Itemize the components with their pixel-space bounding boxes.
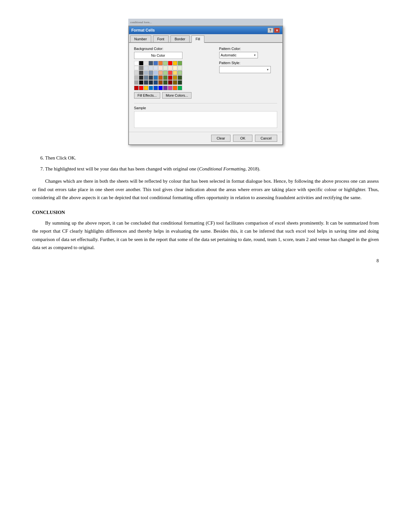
step7-text: The highlighted text will be your data t… bbox=[45, 166, 199, 171]
color-r3-8[interactable] bbox=[168, 71, 172, 75]
tab-border[interactable]: Border bbox=[171, 35, 190, 42]
color-8[interactable] bbox=[178, 61, 182, 65]
color-r2-7[interactable] bbox=[163, 66, 168, 70]
conclusion-heading: CONCLUSION bbox=[32, 210, 379, 215]
color-r3-4[interactable] bbox=[149, 71, 153, 75]
dialog-screenshot: conditional form... Format Cells ? ✕ Num… bbox=[32, 13, 379, 145]
color-r2-8[interactable] bbox=[168, 66, 172, 70]
color-r5-8[interactable] bbox=[168, 80, 172, 85]
color-r5-7[interactable] bbox=[163, 80, 168, 85]
sc-5[interactable] bbox=[153, 86, 158, 90]
page-number: 8 bbox=[32, 258, 379, 264]
dialog-tabs: Number Font Border Fill bbox=[129, 34, 282, 43]
format-cells-dialog: Format Cells ? ✕ Number Font Border Fill bbox=[128, 26, 283, 145]
color-r4-7[interactable] bbox=[163, 75, 168, 80]
color-2[interactable] bbox=[149, 61, 153, 65]
color-6[interactable] bbox=[168, 61, 172, 65]
pattern-color-value: Automatic bbox=[221, 53, 237, 57]
list-item-6: Then Click OK. bbox=[45, 154, 379, 162]
color-r5-5[interactable] bbox=[153, 80, 158, 85]
color-r3-3[interactable] bbox=[144, 71, 148, 75]
sc-7[interactable] bbox=[163, 86, 168, 90]
fill-effects-button[interactable]: Fill Effects... bbox=[134, 92, 161, 99]
color-r5-10[interactable] bbox=[178, 80, 182, 85]
palette-row-2 bbox=[134, 66, 213, 70]
color-r4-4[interactable] bbox=[149, 75, 153, 80]
color-r4-2[interactable] bbox=[139, 75, 143, 80]
pattern-color-dropdown[interactable]: Automatic ▼ bbox=[219, 52, 258, 58]
dialog-title: Format Cells bbox=[132, 28, 155, 33]
color-r4-6[interactable] bbox=[158, 75, 163, 80]
tab-font[interactable]: Font bbox=[153, 35, 169, 42]
color-r4-9[interactable] bbox=[173, 75, 177, 80]
color-black[interactable] bbox=[139, 61, 143, 65]
color-white[interactable] bbox=[134, 61, 139, 65]
color-4[interactable] bbox=[158, 61, 163, 65]
more-colors-button[interactable]: More Colors... bbox=[162, 92, 191, 99]
color-r4-3[interactable] bbox=[144, 75, 148, 80]
color-r5-1[interactable] bbox=[134, 80, 139, 85]
standard-colors-row bbox=[134, 86, 213, 90]
color-r2-6[interactable] bbox=[158, 66, 163, 70]
fill-section: Background Color: No Color bbox=[134, 47, 277, 99]
color-r4-8[interactable] bbox=[168, 75, 172, 80]
color-r5-6[interactable] bbox=[158, 80, 163, 85]
help-button[interactable]: ? bbox=[268, 28, 273, 33]
close-button[interactable]: ✕ bbox=[274, 28, 280, 33]
tab-fill[interactable]: Fill bbox=[191, 35, 204, 43]
palette-row-4 bbox=[134, 75, 213, 80]
color-r2-5[interactable] bbox=[153, 66, 158, 70]
sc-4[interactable] bbox=[149, 86, 153, 90]
color-r3-9[interactable] bbox=[173, 71, 177, 75]
color-r3-2[interactable] bbox=[139, 71, 143, 75]
color-r2-10[interactable] bbox=[178, 66, 182, 70]
sc-10[interactable] bbox=[178, 86, 182, 90]
sample-box bbox=[134, 111, 277, 128]
step7-year: , 2018). bbox=[245, 166, 260, 171]
color-3[interactable] bbox=[153, 61, 158, 65]
color-r2-2[interactable] bbox=[139, 66, 143, 70]
color-r4-1[interactable] bbox=[134, 75, 139, 80]
palette-row-1 bbox=[134, 61, 213, 65]
sc-6[interactable] bbox=[158, 86, 163, 90]
sc-8[interactable] bbox=[168, 86, 172, 90]
pattern-color-label: Pattern Color: bbox=[219, 47, 277, 51]
color-r2-9[interactable] bbox=[173, 66, 177, 70]
cancel-button[interactable]: Cancel bbox=[255, 135, 277, 142]
color-r3-1[interactable] bbox=[134, 71, 139, 75]
color-r5-2[interactable] bbox=[139, 80, 143, 85]
ok-button[interactable]: OK bbox=[233, 135, 252, 142]
page: conditional form... Format Cells ? ✕ Num… bbox=[32, 13, 379, 264]
color-r3-10[interactable] bbox=[178, 71, 182, 75]
sc-3[interactable] bbox=[144, 86, 148, 90]
pattern-color-row: Automatic ▼ bbox=[219, 52, 277, 58]
color-r4-5[interactable] bbox=[153, 75, 158, 80]
color-r3-7[interactable] bbox=[163, 71, 168, 75]
color-5[interactable] bbox=[163, 61, 168, 65]
color-r2-1[interactable] bbox=[134, 66, 139, 70]
tab-number[interactable]: Number bbox=[130, 35, 151, 42]
color-r5-9[interactable] bbox=[173, 80, 177, 85]
color-r3-5[interactable] bbox=[153, 71, 158, 75]
color-7[interactable] bbox=[173, 61, 177, 65]
pattern-style-arrow-icon: ▼ bbox=[267, 68, 269, 71]
color-r5-3[interactable] bbox=[144, 80, 148, 85]
color-r2-3[interactable] bbox=[144, 66, 148, 70]
sc-1[interactable] bbox=[134, 86, 139, 90]
color-r2-4[interactable] bbox=[149, 66, 153, 70]
fill-right: Pattern Color: Automatic ▼ Pattern Style… bbox=[219, 47, 277, 99]
color-r4-10[interactable] bbox=[178, 75, 182, 80]
sc-2[interactable] bbox=[139, 86, 143, 90]
pattern-style-dropdown[interactable]: ▼ bbox=[219, 66, 271, 73]
color-r3-6[interactable] bbox=[158, 71, 163, 75]
sample-label: Sample bbox=[134, 106, 277, 110]
color-r5-4[interactable] bbox=[149, 80, 153, 85]
sc-9[interactable] bbox=[173, 86, 177, 90]
dialog-content: Background Color: No Color bbox=[129, 43, 282, 132]
color-1[interactable] bbox=[144, 61, 148, 65]
fill-buttons: Fill Effects... More Colors... bbox=[134, 92, 213, 99]
no-color-box[interactable]: No Color bbox=[134, 52, 182, 59]
body-text: Then Click OK. The highlighted text will… bbox=[32, 154, 379, 252]
clear-button[interactable]: Clear bbox=[211, 135, 230, 142]
palette-row-5 bbox=[134, 80, 213, 85]
